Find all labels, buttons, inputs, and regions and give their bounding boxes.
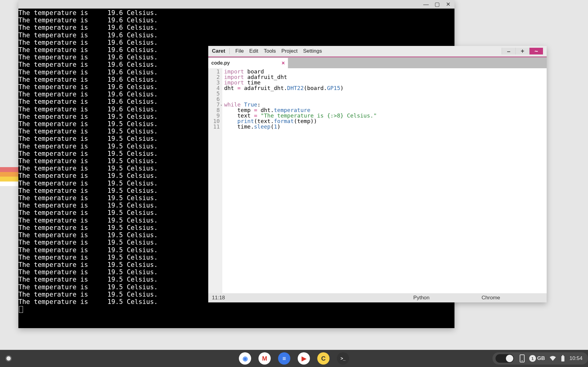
caret-editor-window: Caret FileEditToolsProjectSettings – + ~… <box>208 46 547 302</box>
storage-indicator[interactable]: 1 GB <box>529 355 545 362</box>
close-icon[interactable]: ✕ <box>445 1 451 8</box>
wifi-icon[interactable] <box>549 356 556 361</box>
storage-number: 1 <box>529 355 536 362</box>
editor-statusbar: 11:18 Python Chrome <box>208 293 547 302</box>
chrome-app[interactable]: ◉ <box>239 352 251 365</box>
modified-indicator-button[interactable]: ~ <box>530 48 543 54</box>
zoom-out-button[interactable]: – <box>502 48 516 54</box>
caret-app[interactable]: C <box>317 352 330 365</box>
code-line[interactable] <box>224 91 377 96</box>
fold-icon[interactable]: ▾ <box>221 103 222 108</box>
battery-icon[interactable] <box>561 355 565 362</box>
minimize-icon[interactable]: — <box>423 1 429 8</box>
svg-rect-1 <box>522 361 523 361</box>
shelf-apps: ◉M≡▶C>_ <box>239 352 349 365</box>
app-name-label: Caret <box>212 48 230 54</box>
clock[interactable]: 10:54 <box>569 355 582 361</box>
terminal-app[interactable]: >_ <box>337 352 349 365</box>
code-line[interactable]: time.sleep(1) <box>224 124 377 129</box>
editor-tab-label: code.py <box>211 60 230 66</box>
zoom-in-button[interactable]: + <box>516 48 530 54</box>
terminal-cursor <box>19 306 23 313</box>
menu-tools[interactable]: Tools <box>264 48 276 54</box>
editor-menubar: Caret FileEditToolsProjectSettings – + ~ <box>208 46 547 57</box>
youtube-app[interactable]: ▶ <box>298 352 310 365</box>
gmail-app[interactable]: M <box>258 352 271 365</box>
phone-hub-icon[interactable] <box>519 354 525 362</box>
editor-menus: FileEditToolsProjectSettings <box>235 48 322 54</box>
storage-unit: GB <box>537 355 545 361</box>
status-platform: Chrome <box>482 295 500 301</box>
launcher-icon <box>6 355 12 361</box>
tab-close-icon[interactable]: × <box>281 60 285 66</box>
svg-rect-2 <box>561 356 564 361</box>
terminal-titlebar[interactable]: — ▢ ✕ <box>18 0 454 9</box>
editor-code[interactable]: import boardimport adafruit_dhtimport ti… <box>222 68 377 293</box>
docs-app[interactable]: ≡ <box>278 352 290 365</box>
system-tray[interactable]: 1 GB 10:54 <box>492 352 588 365</box>
editor-gutter: 1234567▾891011 <box>208 68 222 293</box>
menu-settings[interactable]: Settings <box>303 48 322 54</box>
launcher-button[interactable] <box>0 350 17 367</box>
editor-tabstrip: code.py × <box>208 57 547 68</box>
svg-rect-3 <box>562 355 564 356</box>
line-number: 11 <box>213 124 220 129</box>
menu-edit[interactable]: Edit <box>249 48 258 54</box>
chromeos-shelf: ◉M≡▶C>_ 1 GB 10:54 <box>0 350 588 367</box>
side-notification-tab[interactable] <box>0 167 18 186</box>
do-not-disturb-toggle[interactable] <box>496 354 514 363</box>
code-line[interactable]: dht = adafruit_dht.DHT22(board.GP15) <box>224 85 377 91</box>
editor-body[interactable]: 1234567▾891011 import boardimport adafru… <box>208 68 547 293</box>
maximize-icon[interactable]: ▢ <box>434 1 440 8</box>
editor-tab-codepy[interactable]: code.py × <box>208 58 288 68</box>
menu-file[interactable]: File <box>235 48 243 54</box>
status-cursor-position: 11:18 <box>212 295 225 301</box>
menu-project[interactable]: Project <box>281 48 298 54</box>
status-language[interactable]: Python <box>413 295 430 301</box>
